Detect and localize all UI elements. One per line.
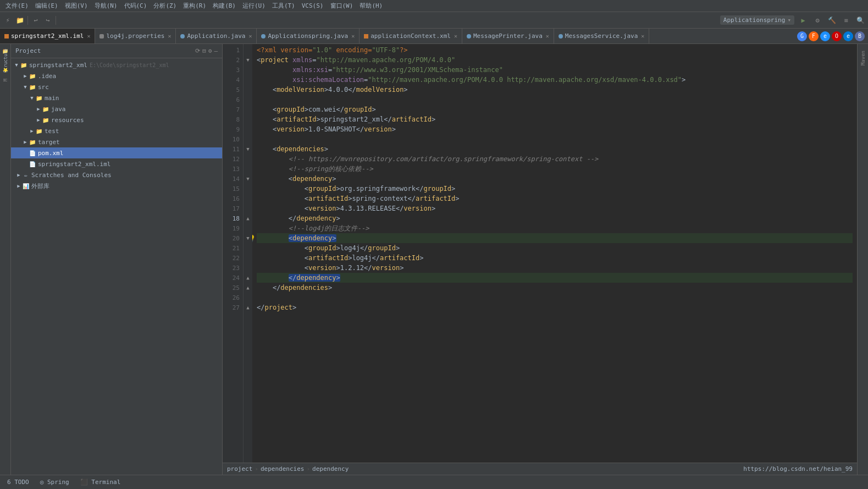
toolbar-redo[interactable]: ↪ [42, 15, 53, 26]
fold-20-icon[interactable]: ▼ [246, 235, 249, 241]
lightbulb-icon[interactable]: 💡 [252, 234, 256, 243]
gutter-27[interactable]: ▲ [244, 303, 252, 312]
run-button[interactable]: ▶ [798, 15, 809, 26]
menu-analyze[interactable]: 分析(Z) [150, 2, 180, 10]
search-icon[interactable]: 🔍 [855, 15, 866, 26]
mvn-toggle[interactable]: M [1, 76, 10, 85]
tree-scratches[interactable]: ▶ ✏ Scratches and Consoles [11, 169, 222, 180]
tab-close-log4j[interactable]: ✕ [168, 33, 171, 39]
code-line-9: <version>1.0-SNAPSHOT</version> [257, 124, 853, 134]
menu-window[interactable]: 窗口(W) [327, 2, 357, 10]
tree-resources[interactable]: ▶ 📁 resources [11, 114, 222, 125]
tab-applicationspring[interactable]: Applicationspring.java ✕ [257, 29, 360, 43]
menu-code[interactable]: 代码(C) [121, 2, 151, 10]
panel-settings-icon[interactable]: ⚙ [208, 47, 212, 54]
fold-24-icon[interactable]: ▲ [246, 275, 249, 281]
menu-nav[interactable]: 导航(N) [91, 2, 121, 10]
gutter-25[interactable]: ▲ [244, 283, 252, 293]
gutter-1 [244, 45, 252, 55]
code-content[interactable]: 1 2 3 4 5 6 7 8 9 10 11 12 13 14 15 16 1 [223, 44, 857, 463]
settings-icon[interactable]: ⚙ [812, 15, 823, 26]
toolbar-icon-2[interactable]: 📁 [14, 15, 25, 26]
tab-springstart2-xml[interactable]: springstart2_xml.iml ✕ [0, 29, 95, 43]
tree-test[interactable]: ▶ 📁 test [11, 125, 222, 136]
panel-close-icon[interactable]: — [214, 47, 218, 54]
breadcrumb-project[interactable]: project [227, 465, 252, 472]
tree-target[interactable]: ▶ 📁 target [11, 136, 222, 147]
menu-build[interactable]: 构建(B) [209, 2, 239, 10]
code-line-20: 💡 <dependency> [257, 233, 853, 243]
tree-root[interactable]: ▼ 📁 springstart2_xml E:\Code\springstart… [11, 59, 222, 70]
ie-icon[interactable]: e [820, 31, 830, 41]
browser6-icon[interactable]: B [855, 31, 865, 41]
breadcrumb-dependency[interactable]: dependency [312, 465, 349, 472]
tab-applicationcontext[interactable]: applicationContext.xml ✕ [360, 29, 462, 43]
panel-collapse-icon[interactable]: ⊟ [202, 47, 206, 54]
menu-tools[interactable]: 工具(T) [269, 2, 298, 10]
breadcrumb-sep-1: › [255, 465, 258, 472]
menu-edit[interactable]: 编辑(E) [32, 2, 62, 10]
fold-18-icon[interactable]: ▲ [246, 216, 249, 221]
terminal-tab[interactable]: ⬛ Terminal [75, 477, 126, 487]
gutter: ▼ ▼ ▼ ▲ [244, 44, 252, 463]
fold-11-icon[interactable]: ▼ [246, 146, 249, 152]
gutter-14[interactable]: ▼ [244, 174, 252, 184]
tree-iml[interactable]: 📄 springstart2_xml.iml [11, 158, 222, 169]
opera-icon[interactable]: O [832, 31, 842, 41]
tree-main[interactable]: ▼ 📁 main [11, 92, 222, 103]
gutter-2[interactable]: ▼ [244, 55, 252, 65]
toolbar-undo[interactable]: ↩ [30, 15, 41, 26]
tab-close-msgservice[interactable]: ✕ [641, 33, 644, 39]
run-config-dropdown-icon[interactable]: ▾ [787, 17, 791, 24]
more-icon[interactable]: ≡ [841, 15, 852, 26]
fold-14-icon[interactable]: ▼ [246, 176, 249, 182]
gutter-24[interactable]: ▲ [244, 273, 252, 283]
menu-vcs[interactable]: VCS(S) [298, 2, 327, 9]
gutter-11[interactable]: ▼ [244, 144, 252, 154]
build-icon[interactable]: 🔨 [826, 15, 837, 26]
external-arrow-icon: ▶ [15, 183, 22, 189]
tab-close-springstart2[interactable]: ✕ [87, 33, 90, 39]
menu-refactor[interactable]: 重构(R) [180, 2, 209, 10]
menu-view[interactable]: 视图(V) [62, 2, 91, 10]
tab-messagesservice[interactable]: MessagesService.java ✕ [554, 29, 649, 43]
tab-application[interactable]: Application.java ✕ [176, 29, 257, 43]
structure-toggle[interactable]: Structure [1, 56, 10, 65]
tab-messageprinter[interactable]: MessagePrinter.java ✕ [462, 29, 554, 43]
edge-icon[interactable]: e [843, 31, 853, 41]
tab-close-appspring[interactable]: ✕ [351, 33, 355, 39]
tree-external[interactable]: ▶ 📊 外部库 [11, 180, 222, 191]
gutter-3 [244, 65, 252, 75]
fold-25-icon[interactable]: ▲ [246, 285, 249, 290]
tab-close-application[interactable]: ✕ [248, 33, 252, 39]
breadcrumb-dependencies[interactable]: dependencies [261, 465, 304, 472]
fold-27-icon[interactable]: ▲ [246, 305, 249, 310]
tree-idea[interactable]: ▶ 📁 .idea [11, 70, 222, 81]
chrome-icon[interactable]: G [797, 31, 807, 41]
menu-help[interactable]: 帮助(H) [356, 2, 386, 10]
tab-log4j[interactable]: log4j.properties ✕ [95, 29, 176, 43]
run-config[interactable]: Applicationspring ▾ [720, 15, 794, 25]
favorites-toggle[interactable]: ⭐ [1, 66, 10, 75]
menu-file[interactable]: 文件(E) [2, 2, 32, 10]
todo-tab[interactable]: 6 TODO [2, 477, 34, 487]
tree-src[interactable]: ▼ 📁 src [11, 81, 222, 92]
tab-close-appcontext[interactable]: ✕ [454, 33, 457, 39]
code-lines[interactable]: <?xml version="1.0" encoding="UTF-8"?> <… [252, 44, 857, 463]
gutter-20[interactable]: ▼ [244, 233, 252, 243]
maven-side-icon[interactable]: Maven [860, 51, 866, 65]
status-url: https://blog.csdn.net/heian_99 [743, 465, 853, 472]
tab-close-msgprinter[interactable]: ✕ [546, 33, 549, 39]
tree-pom-xml[interactable]: 📄 pom.xml [11, 147, 222, 158]
tree-java[interactable]: ▶ 📁 java [11, 103, 222, 114]
gutter-18[interactable]: ▲ [244, 213, 252, 223]
toolbar-icon-1[interactable]: ⚡ [2, 15, 13, 26]
breadcrumb-sep-2: › [306, 465, 310, 472]
firefox-icon[interactable]: F [809, 31, 819, 41]
panel-sync-icon[interactable]: ⟳ [195, 47, 200, 54]
menu-run[interactable]: 运行(U) [239, 2, 269, 10]
spring-tab[interactable]: ◎ Spring [35, 477, 74, 487]
tab-label-applicationspring: Applicationspring.java [268, 32, 348, 40]
fold-2-icon[interactable]: ▼ [246, 57, 249, 63]
tab-label-messagesservice: MessagesService.java [565, 32, 638, 40]
